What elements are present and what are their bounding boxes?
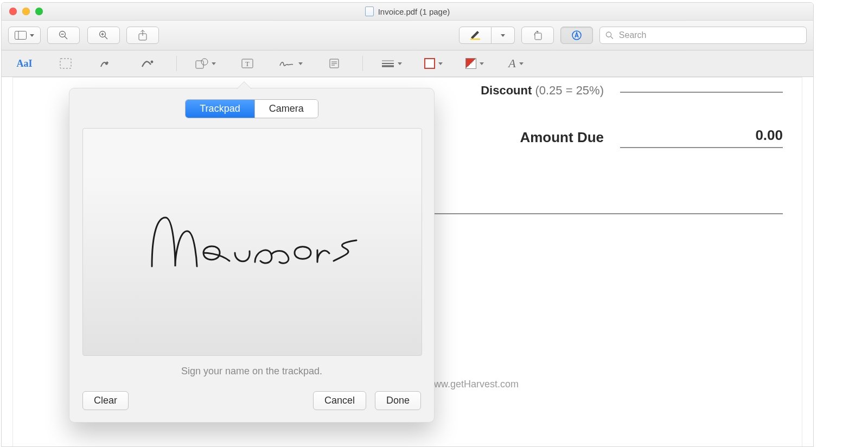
zoom-in-button[interactable] (87, 27, 120, 44)
amount-due-value: 0.00 (620, 127, 783, 148)
markup-icon (571, 30, 582, 41)
search-input[interactable] (618, 30, 801, 41)
border-color-tool[interactable] (420, 55, 446, 72)
highlight-button[interactable] (459, 27, 492, 44)
signature-canvas[interactable] (82, 128, 422, 356)
close-window[interactable] (9, 8, 17, 15)
chevron-down-icon (438, 62, 443, 65)
markup-toolbar: AaI T (2, 50, 813, 77)
signature-drawing (138, 201, 366, 283)
chevron-down-icon (30, 34, 34, 37)
rotate-button[interactable] (521, 27, 554, 44)
draw-tool[interactable] (135, 55, 161, 72)
popover-actions: Clear Cancel Done (82, 391, 421, 410)
signature-tool[interactable] (276, 55, 306, 72)
shapes-icon (195, 58, 208, 69)
markup-toggle-button[interactable] (560, 27, 593, 44)
textbox-tool[interactable]: T (234, 55, 260, 72)
tab-trackpad[interactable]: Trackpad (186, 100, 254, 118)
highlight-options-button[interactable] (492, 27, 515, 44)
clear-button[interactable]: Clear (82, 391, 129, 410)
search-field[interactable] (599, 27, 807, 44)
tab-camera[interactable]: Camera (254, 100, 318, 118)
divider-line (425, 213, 783, 214)
svg-point-20 (201, 59, 208, 65)
amount-due-label: Amount Due (520, 129, 604, 146)
preview-window: Invoice.pdf (1 page) (1, 2, 814, 447)
sidebar-icon (15, 31, 27, 40)
textbox-icon: T (241, 58, 253, 69)
chevron-down-icon (298, 62, 303, 65)
discount-hint: (0.25 = 25%) (535, 84, 604, 97)
chevron-down-icon (398, 62, 402, 65)
svg-point-18 (151, 61, 154, 63)
svg-line-3 (65, 36, 67, 39)
zoom-out-button[interactable] (47, 27, 80, 44)
chevron-down-icon (519, 62, 524, 65)
chevron-down-icon (501, 34, 505, 37)
text-style-tool[interactable]: A (503, 55, 529, 72)
main-toolbar (2, 21, 813, 50)
cancel-button[interactable]: Cancel (313, 391, 366, 410)
minimize-window[interactable] (22, 8, 30, 15)
separator (362, 56, 363, 71)
line-weight-icon (381, 60, 394, 67)
rotate-icon (532, 30, 543, 40)
done-button[interactable]: Done (375, 391, 421, 410)
note-tool[interactable] (321, 55, 347, 72)
magnifier-plus-icon (99, 30, 108, 40)
signature-instruction: Sign your name on the trackpad. (82, 366, 421, 377)
discount-value-line (620, 88, 783, 93)
signature-icon (279, 58, 295, 69)
selection-rectangle-icon (60, 58, 72, 69)
signature-source-tabs: Trackpad Camera (185, 99, 318, 118)
line-style-tool[interactable] (378, 55, 405, 72)
share-button[interactable] (126, 27, 159, 44)
discount-label: Discount (0.25 = 25%) (481, 84, 604, 98)
pen-icon (470, 30, 481, 40)
text-selection-tool[interactable]: AaI (11, 55, 37, 72)
titlebar: Invoice.pdf (1 page) (2, 3, 813, 21)
svg-rect-11 (470, 39, 480, 40)
signature-popover: Trackpad Camera Sign your name on the tr… (69, 88, 435, 423)
document-area[interactable]: Discount (0.25 = 25%) Amount Due 0.00 s … (2, 77, 813, 447)
chevron-down-icon (212, 62, 216, 65)
fill-color-swatch (465, 58, 476, 69)
note-icon (329, 58, 340, 69)
svg-rect-17 (60, 59, 71, 68)
share-icon (138, 30, 147, 41)
svg-point-15 (606, 32, 611, 37)
sketch-tool[interactable] (94, 55, 120, 72)
chevron-down-icon (480, 62, 484, 65)
zoom-window[interactable] (35, 8, 43, 15)
svg-line-6 (105, 36, 107, 39)
svg-line-16 (611, 36, 613, 39)
separator (176, 56, 177, 71)
svg-text:T: T (245, 60, 250, 68)
view-options-button[interactable] (8, 27, 41, 44)
text-style-icon: A (508, 56, 515, 71)
svg-rect-0 (15, 31, 27, 40)
search-icon (605, 31, 614, 40)
shapes-tool[interactable] (192, 55, 219, 72)
window-controls (2, 8, 43, 15)
magnifier-minus-icon (59, 30, 68, 40)
sketch-icon (100, 58, 114, 69)
rect-selection-tool[interactable] (53, 55, 79, 72)
draw-icon (141, 58, 155, 69)
window-title: Invoice.pdf (1 page) (378, 7, 450, 16)
border-color-swatch (424, 58, 435, 69)
fill-color-tool[interactable] (462, 55, 488, 72)
text-selection-label: AaI (16, 58, 32, 69)
svg-rect-12 (535, 33, 541, 40)
pdf-file-icon (365, 7, 374, 16)
